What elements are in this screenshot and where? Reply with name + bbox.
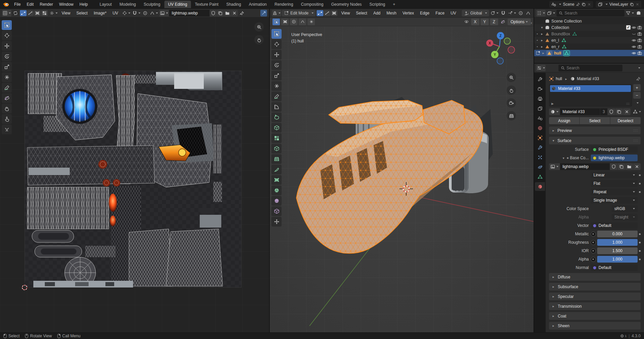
new-image-icon[interactable] — [217, 10, 224, 16]
menu-render[interactable]: Render — [37, 1, 56, 8]
image-name[interactable]: lightmap.webp — [169, 10, 210, 16]
menu-file[interactable]: File — [11, 1, 23, 8]
tool-inset-faces[interactable] — [271, 133, 282, 143]
camera-view-icon[interactable] — [507, 98, 516, 108]
menu-edit[interactable]: Edit — [24, 1, 36, 8]
tool-relax[interactable] — [2, 114, 12, 124]
panel-transmission[interactable]: ▸Transmission — [549, 302, 641, 310]
uv-menu-view[interactable]: View — [59, 10, 73, 16]
camera-icon[interactable] — [637, 44, 642, 49]
socket-icon[interactable] — [591, 232, 596, 237]
tool-knife[interactable] — [271, 165, 282, 174]
normal-input-button[interactable]: Default — [591, 264, 638, 271]
proportional-editing-toggle[interactable] — [142, 10, 149, 16]
editor-type-button[interactable] — [536, 10, 546, 16]
tab-texture-paint[interactable]: Texture Paint — [191, 1, 222, 8]
uv-menu-image[interactable]: Image* — [91, 10, 109, 16]
unlink-image-icon[interactable] — [231, 10, 238, 16]
tool-measure[interactable] — [271, 102, 282, 112]
editor-type-button[interactable] — [272, 10, 281, 16]
pin-uv-icon[interactable] — [238, 10, 245, 16]
tool-move[interactable] — [271, 50, 282, 60]
mirror-icon[interactable] — [463, 19, 470, 25]
select-lasso-button[interactable] — [299, 19, 306, 25]
zoom-icon[interactable] — [254, 22, 264, 32]
snap-target-dropdown[interactable] — [490, 10, 499, 16]
new-scene-icon[interactable] — [582, 2, 586, 7]
pin-icon[interactable] — [576, 2, 580, 7]
vertex-select-button[interactable] — [317, 10, 323, 16]
uv-texture-image[interactable] — [25, 71, 242, 287]
tool-rotate[interactable] — [2, 52, 12, 61]
tab-scene[interactable] — [535, 114, 545, 123]
tab-animation[interactable]: Animation — [245, 1, 270, 8]
surface-shader-button[interactable]: Principled BSDF — [591, 146, 638, 153]
tool-extrude-region[interactable] — [271, 123, 282, 133]
projection-dropdown[interactable]: Flat — [591, 180, 638, 187]
tool-loop-cut[interactable] — [271, 154, 282, 164]
gizmo-x-negative[interactable] — [508, 46, 515, 53]
gizmo-y-negative[interactable] — [504, 38, 511, 44]
alpha-mode-dropdown[interactable]: Straight — [612, 214, 638, 221]
sticky-selection-dropdown[interactable] — [49, 10, 58, 16]
panel-specular[interactable]: ▸Specular — [549, 293, 641, 300]
extension-dropdown[interactable]: Repeat — [591, 189, 638, 195]
close-icon[interactable] — [587, 2, 591, 7]
scene-selector[interactable]: Scene — [549, 1, 593, 8]
tab-tool[interactable] — [535, 75, 545, 83]
interpolation-dropdown[interactable]: Linear — [591, 172, 638, 178]
tab-object-data[interactable] — [535, 172, 545, 181]
mode-dropdown[interactable]: Edit Mode — [282, 10, 316, 16]
material-slot-active[interactable]: Material #33 — [550, 85, 631, 92]
open-image-folder-icon[interactable] — [224, 10, 231, 16]
view-layer-selector[interactable]: ViewLayer — [596, 1, 641, 8]
snap-dropdown[interactable] — [132, 10, 141, 16]
tool-scale[interactable] — [2, 62, 12, 72]
tab-view-layer[interactable] — [535, 104, 545, 113]
filter-icon[interactable] — [625, 10, 635, 16]
image-name-field[interactable] — [560, 163, 610, 170]
outliner-row-scene-collection[interactable]: Scene Collection — [534, 18, 644, 24]
panel-preview[interactable]: ▸Preview :::: — [549, 127, 641, 134]
select-tweak-button[interactable] — [272, 19, 280, 25]
material-slot-list[interactable]: Material #33 ▶:::: — [549, 84, 632, 106]
vp-menu-view[interactable]: View — [339, 10, 353, 16]
proportional-editing-toggle[interactable] — [517, 10, 524, 16]
edge-select-button[interactable] — [324, 10, 330, 16]
tab-compositing[interactable]: Compositing — [297, 1, 327, 8]
camera-icon[interactable] — [637, 38, 642, 43]
panel-diffuse[interactable]: ▸Diffuse — [549, 273, 641, 281]
tab-physics[interactable] — [535, 163, 545, 171]
pan-hand-icon[interactable] — [507, 86, 516, 95]
tool-rip-region[interactable] — [2, 93, 12, 103]
eye-closed-icon[interactable] — [632, 32, 636, 36]
navigation-gizmo[interactable]: Z X Y — [481, 29, 518, 66]
tool-spin[interactable] — [271, 185, 282, 195]
vp-menu-add[interactable]: Add — [371, 10, 383, 16]
tab-sculpting[interactable]: Sculpting — [140, 1, 164, 8]
network-globe-icon[interactable] — [620, 334, 624, 338]
socket-icon[interactable] — [591, 248, 596, 253]
unlink-material-icon[interactable] — [623, 108, 631, 115]
browse-image-button[interactable] — [159, 10, 169, 16]
tab-layout[interactable]: Layout — [96, 1, 116, 8]
base-color-input-button[interactable]: lightmap.webp — [591, 155, 638, 161]
uv-select-face-button[interactable] — [34, 10, 41, 16]
tab-geometry-nodes[interactable]: Geometry Nodes — [327, 1, 365, 8]
outliner-row-hull[interactable]: ▸ hull — [534, 50, 644, 56]
tool-scale[interactable] — [271, 71, 282, 80]
open-image-folder-icon[interactable] — [625, 163, 633, 170]
blender-logo-icon[interactable] — [3, 2, 9, 7]
socket-icon[interactable] — [591, 257, 596, 262]
vp-menu-face[interactable]: Face — [433, 10, 447, 16]
editor-type-button[interactable] — [536, 65, 546, 71]
uv-select-island-button[interactable] — [41, 10, 48, 16]
uv-sync-selection-toggle[interactable] — [12, 10, 19, 16]
ior-slider[interactable]: 1.500 — [597, 247, 638, 254]
select-button[interactable]: Select — [580, 117, 610, 124]
unlink-image-icon[interactable] — [633, 163, 641, 170]
tab-output[interactable] — [535, 94, 545, 103]
tool-smooth[interactable] — [271, 196, 282, 206]
tool-transform[interactable] — [2, 72, 12, 82]
select-extend-button[interactable] — [308, 19, 315, 25]
